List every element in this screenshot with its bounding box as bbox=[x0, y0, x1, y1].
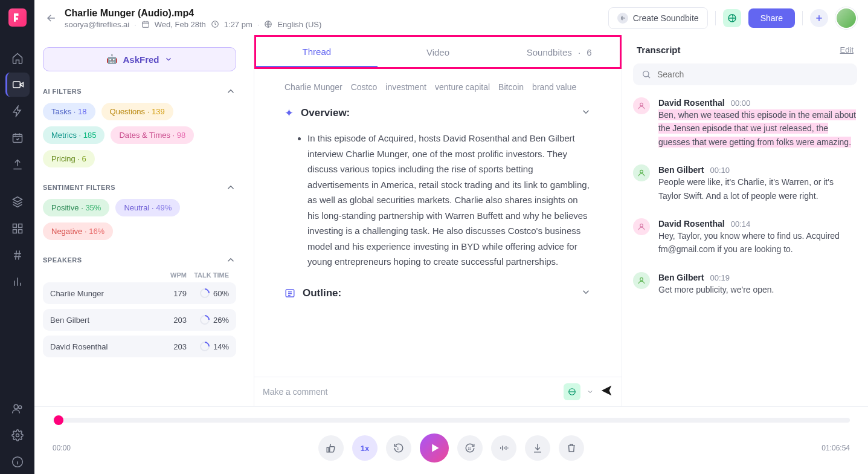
nav-video-icon[interactable] bbox=[5, 73, 30, 97]
svg-point-6 bbox=[14, 404, 18, 409]
topic-tag[interactable]: Bitcoin bbox=[498, 82, 524, 92]
svg-rect-1 bbox=[13, 134, 22, 142]
ai-filters-label: AI FILTERS bbox=[43, 88, 82, 95]
globe-icon bbox=[264, 20, 272, 28]
visibility-globe-icon[interactable] bbox=[723, 9, 741, 27]
thread-body: Charlie MungerCostcoinvestmentventure ca… bbox=[254, 69, 622, 377]
speaker-talk: 14% bbox=[187, 342, 229, 351]
nav-grid-icon[interactable] bbox=[5, 216, 30, 241]
speaker-wpm: 203 bbox=[150, 316, 187, 325]
soundbite-icon bbox=[617, 13, 628, 24]
page-header: Charlie Munger (Audio).mp4 soorya@firefl… bbox=[34, 0, 868, 36]
transcript-title: Transcript bbox=[637, 45, 681, 55]
ai-filters-header[interactable]: AI FILTERS bbox=[43, 86, 236, 97]
back-button[interactable] bbox=[45, 12, 57, 24]
topic-tag[interactable]: venture capital bbox=[435, 82, 490, 92]
send-button[interactable] bbox=[600, 384, 613, 400]
transcript-speaker: Ben Gilbert bbox=[658, 165, 704, 175]
chevron-up-icon bbox=[225, 255, 236, 265]
svg-rect-2 bbox=[13, 224, 16, 228]
overview-text: In this episode of Acquired, hosts David… bbox=[299, 131, 591, 270]
speaker-row[interactable]: Ben Gilbert20326% bbox=[43, 309, 236, 331]
topic-tag[interactable]: Charlie Munger bbox=[285, 82, 342, 92]
ai-filter-pills: Tasks · 18 Questions · 139 Metrics · 185… bbox=[43, 103, 236, 167]
delete-button[interactable] bbox=[559, 435, 584, 461]
comment-input[interactable] bbox=[263, 387, 558, 397]
filter-pricing[interactable]: Pricing · 6 bbox=[43, 150, 95, 167]
transcript-item[interactable]: David Rosenthal00:00Ben, when we teased … bbox=[633, 97, 857, 149]
sentiment-header[interactable]: SENTIMENT FILTERS bbox=[43, 182, 236, 193]
overview-header[interactable]: ✦ Overview: bbox=[285, 106, 591, 120]
sentiment-negative[interactable]: Negative · 16% bbox=[43, 222, 113, 240]
sentiment-positive[interactable]: Positive · 35% bbox=[43, 199, 109, 216]
meeting-meta: soorya@fireflies.ai · Wed, Feb 28th 1:27… bbox=[65, 20, 321, 29]
outline-header[interactable]: Outline: bbox=[285, 287, 591, 300]
sentiment-neutral[interactable]: Neutral · 49% bbox=[115, 199, 180, 216]
filter-metrics[interactable]: Metrics · 185 bbox=[43, 126, 104, 144]
speed-button[interactable]: 1x bbox=[352, 435, 378, 461]
speakers-label: SPEAKERS bbox=[43, 256, 82, 264]
play-button[interactable] bbox=[420, 433, 449, 463]
transcript-search-input[interactable] bbox=[657, 70, 849, 79]
svg-text:5: 5 bbox=[397, 447, 399, 450]
overview-title: Overview: bbox=[301, 107, 350, 119]
nav-people-icon[interactable] bbox=[5, 397, 30, 421]
nav-hash-icon[interactable] bbox=[5, 243, 30, 267]
chevron-down-icon[interactable] bbox=[580, 106, 591, 120]
transcript-item[interactable]: Ben Gilbert00:10People were like, it's C… bbox=[633, 164, 857, 203]
nav-info-icon[interactable] bbox=[5, 450, 30, 474]
tab-video[interactable]: Video bbox=[378, 37, 499, 67]
download-button[interactable] bbox=[525, 435, 550, 461]
transcript-item[interactable]: Ben Gilbert00:19Get more publicity, we'r… bbox=[633, 272, 857, 296]
svg-point-19 bbox=[640, 224, 643, 227]
add-button[interactable] bbox=[810, 9, 828, 27]
speaker-row[interactable]: Charlie Munger17960% bbox=[43, 282, 236, 304]
wpm-header: WPM bbox=[150, 271, 187, 279]
tab-thread[interactable]: Thread bbox=[256, 37, 378, 67]
rewind-button[interactable]: 5 bbox=[386, 435, 411, 461]
chevron-down-icon[interactable] bbox=[587, 388, 594, 395]
askfred-button[interactable]: 🤖 AskFred bbox=[43, 47, 236, 71]
chevron-up-icon bbox=[225, 86, 236, 97]
share-button[interactable]: Share bbox=[748, 8, 795, 28]
transcript-search[interactable] bbox=[633, 63, 857, 85]
speaker-name: David Rosenthal bbox=[50, 342, 150, 351]
nav-bolt-icon[interactable] bbox=[5, 99, 30, 123]
topic-tag[interactable]: brand value bbox=[532, 82, 576, 92]
nav-upload-icon[interactable] bbox=[5, 152, 30, 177]
transcript-edit-link[interactable]: Edit bbox=[840, 45, 854, 54]
transcript-item[interactable]: David Rosenthal00:14Hey, Taylor, you kno… bbox=[633, 218, 857, 256]
progress-thumb[interactable] bbox=[54, 415, 63, 425]
filter-questions[interactable]: Questions · 139 bbox=[101, 103, 173, 120]
speakers-header[interactable]: SPEAKERS bbox=[43, 255, 236, 265]
speaker-avatar bbox=[633, 97, 650, 114]
nav-layers-icon[interactable] bbox=[5, 190, 30, 214]
chevron-down-icon[interactable] bbox=[580, 287, 591, 300]
app-logo[interactable] bbox=[8, 8, 27, 27]
filter-tasks[interactable]: Tasks · 18 bbox=[43, 103, 95, 120]
svg-rect-3 bbox=[18, 224, 22, 228]
svg-point-7 bbox=[18, 406, 21, 409]
sentiment-pills: Positive · 35% Neutral · 49% Negative · … bbox=[43, 199, 236, 240]
topic-tag[interactable]: investment bbox=[385, 82, 426, 92]
speaker-row[interactable]: David Rosenthal20314% bbox=[43, 336, 236, 357]
topic-tag[interactable]: Costco bbox=[351, 82, 378, 92]
user-avatar[interactable] bbox=[835, 7, 857, 29]
current-time: 00:00 bbox=[53, 444, 125, 452]
nav-settings-icon[interactable] bbox=[5, 423, 30, 447]
visibility-icon[interactable] bbox=[564, 383, 580, 400]
create-soundbite-button[interactable]: Create Soundbite bbox=[608, 7, 708, 29]
waveform-button[interactable] bbox=[491, 435, 516, 461]
forward-button[interactable]: 15 bbox=[457, 435, 483, 461]
nav-calendar-icon[interactable] bbox=[5, 126, 30, 150]
tab-soundbites[interactable]: Soundbites · 6 bbox=[498, 37, 620, 67]
progress-track[interactable] bbox=[53, 418, 850, 423]
nav-chart-icon[interactable] bbox=[5, 270, 30, 294]
divider bbox=[715, 11, 716, 25]
thumbs-up-button[interactable] bbox=[318, 435, 344, 461]
nav-home-icon[interactable] bbox=[5, 46, 30, 70]
clock-icon bbox=[211, 20, 219, 28]
transcript-header: Transcript Edit bbox=[633, 45, 857, 55]
meeting-title: Charlie Munger (Audio).mp4 bbox=[65, 8, 321, 19]
filter-dates[interactable]: Dates & Times · 98 bbox=[111, 126, 194, 144]
